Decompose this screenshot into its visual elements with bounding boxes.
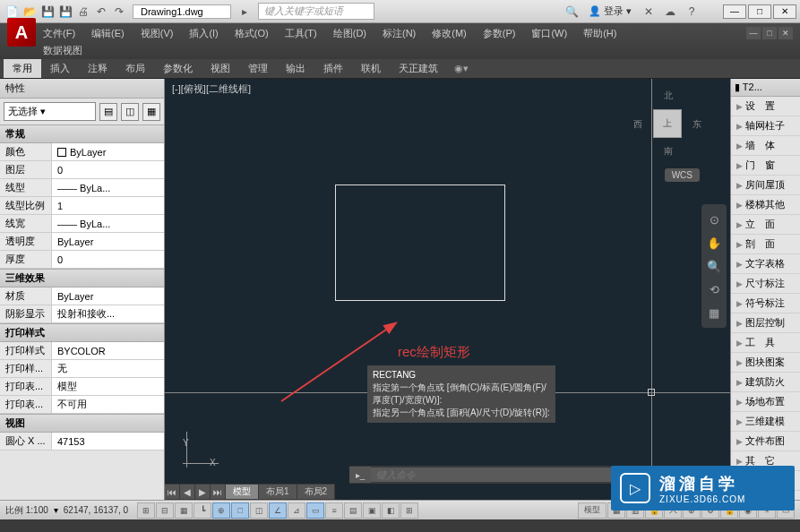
print-icon[interactable]: 🖨 xyxy=(75,4,91,20)
viewcube-face[interactable]: 上 xyxy=(653,109,682,138)
menu-view[interactable]: 视图(V) xyxy=(141,27,174,40)
layout-first[interactable]: ⏮ xyxy=(165,485,179,499)
menu-draw[interactable]: 绘图(D) xyxy=(333,27,366,40)
tab-online[interactable]: 联机 xyxy=(352,59,390,78)
3dosnap-icon[interactable]: ◫ xyxy=(250,502,268,519)
palette-item[interactable]: ▶三维建模 xyxy=(731,412,800,432)
tab-common[interactable]: 常用 xyxy=(4,59,41,78)
infer-icon[interactable]: ⊞ xyxy=(137,502,155,519)
tab-output[interactable]: 输出 xyxy=(277,59,314,78)
viewcube-east[interactable]: 东 xyxy=(692,118,701,131)
palette-item[interactable]: ▶墙 体 xyxy=(731,136,800,156)
palette-item[interactable]: ▶尺寸标注 xyxy=(731,274,800,294)
select-icon[interactable]: ▦ xyxy=(142,103,160,121)
viewport-label[interactable]: [-][俯视][二维线框] xyxy=(172,82,251,96)
maximize-button[interactable]: □ xyxy=(748,4,771,19)
props-value[interactable]: 不可用 xyxy=(52,396,164,413)
layout-last[interactable]: ⏭ xyxy=(211,485,225,499)
otrack-icon[interactable]: ∠ xyxy=(269,502,287,519)
palette-item[interactable]: ▶房间屋顶 xyxy=(731,176,800,195)
command-line-icon[interactable]: ▸_ xyxy=(349,467,371,483)
lwt-icon[interactable]: ≡ xyxy=(325,502,343,519)
login-button[interactable]: 👤 登录 ▾ xyxy=(585,4,635,19)
saveas-icon[interactable]: 💾 xyxy=(57,4,73,20)
palette-item[interactable]: ▶轴网柱子 xyxy=(731,116,800,136)
search-input[interactable]: 键入关键字或短语 xyxy=(258,3,374,20)
help-icon[interactable]: ? xyxy=(684,4,700,20)
props-value[interactable]: BYCOLOR xyxy=(52,342,164,359)
pan-icon[interactable]: ✋ xyxy=(701,231,727,254)
drawing-canvas[interactable]: [-][俯视][二维线框] 北 南 东 西 上 WCS ⊙ ✋ 🔍 ⟲ ▦ xyxy=(165,79,730,500)
grid-icon[interactable]: ▦ xyxy=(175,502,193,519)
quickselect-icon[interactable]: ▤ xyxy=(99,103,117,121)
props-value[interactable]: —— ByLa... xyxy=(52,215,164,232)
palette-item[interactable]: ▶立 面 xyxy=(731,215,800,235)
snap-icon[interactable]: ⊟ xyxy=(156,502,174,519)
exchange-icon[interactable]: ✕ xyxy=(641,4,657,20)
tab-insert[interactable]: 插入 xyxy=(41,59,79,78)
save-icon[interactable]: 💾 xyxy=(39,4,56,20)
qp-icon[interactable]: ▣ xyxy=(363,502,381,519)
props-value[interactable]: 1 xyxy=(52,197,164,214)
layout-prev[interactable]: ◀ xyxy=(180,485,194,499)
osnap-icon[interactable]: □ xyxy=(231,502,249,519)
pickadd-icon[interactable]: ◫ xyxy=(121,103,139,121)
menu-insert[interactable]: 插入(I) xyxy=(189,27,218,40)
props-section-header[interactable]: 常规 xyxy=(0,124,164,143)
dyn-icon[interactable]: ▭ xyxy=(306,502,324,519)
layout-next[interactable]: ▶ xyxy=(195,485,210,499)
tab-addins[interactable]: 插件 xyxy=(314,59,352,78)
scale-dropdown-icon[interactable]: ▾ xyxy=(54,505,58,515)
palette-item[interactable]: ▶建筑防火 xyxy=(731,373,800,392)
redo-icon[interactable]: ↷ xyxy=(111,4,127,20)
palette-item[interactable]: ▶符号标注 xyxy=(731,294,800,313)
steering-wheel-icon[interactable]: ⊙ xyxy=(701,208,727,231)
ortho-icon[interactable]: ┗ xyxy=(194,502,211,519)
menu-tools[interactable]: 工具(T) xyxy=(285,27,317,40)
menu-dimension[interactable]: 标注(N) xyxy=(383,27,416,40)
palette-item[interactable]: ▶剖 面 xyxy=(731,235,800,254)
tab-parametric[interactable]: 参数化 xyxy=(154,59,202,78)
new-icon[interactable]: 📄 xyxy=(4,4,20,20)
menu-edit[interactable]: 编辑(E) xyxy=(91,27,125,40)
tab-view[interactable]: 视图 xyxy=(202,59,239,78)
viewcube-north[interactable]: 北 xyxy=(664,90,673,102)
tab-layout[interactable]: 布局 xyxy=(116,59,154,78)
layout-tab-1[interactable]: 布局1 xyxy=(259,485,297,499)
palette-item[interactable]: ▶门 窗 xyxy=(731,156,800,176)
layout-tab-2[interactable]: 布局2 xyxy=(297,485,335,499)
props-section-header[interactable]: 三维效果 xyxy=(0,269,164,287)
props-value[interactable]: 0 xyxy=(52,251,164,268)
close-button[interactable]: ✕ xyxy=(773,4,796,19)
props-section-header[interactable]: 视图 xyxy=(0,414,164,433)
props-value[interactable]: 投射和接收... xyxy=(52,305,164,322)
layout-tab-model[interactable]: 模型 xyxy=(226,485,258,499)
menu-modify[interactable]: 修改(M) xyxy=(432,27,467,40)
ducs-icon[interactable]: ⊿ xyxy=(288,502,305,519)
binoculars-icon[interactable]: 🔍 xyxy=(563,4,580,20)
palette-item[interactable]: ▶场地布置 xyxy=(731,392,800,412)
props-value[interactable]: 0 xyxy=(52,161,164,178)
palette-item[interactable]: ▶图块图案 xyxy=(731,353,800,373)
open-icon[interactable]: 📂 xyxy=(22,4,38,20)
menu-window[interactable]: 窗口(W) xyxy=(531,27,567,40)
tab-tangent[interactable]: 天正建筑 xyxy=(390,59,447,78)
polar-icon[interactable]: ⊕ xyxy=(212,502,230,519)
menu-help[interactable]: 帮助(H) xyxy=(583,27,616,40)
props-section-header[interactable]: 打印样式 xyxy=(0,323,164,342)
orbit-icon[interactable]: ⟲ xyxy=(701,278,727,301)
am-icon[interactable]: ⊞ xyxy=(400,502,418,519)
viewcube[interactable]: 北 南 东 西 上 xyxy=(632,88,703,159)
showmotion-icon[interactable]: ▦ xyxy=(701,301,727,324)
props-value[interactable]: 模型 xyxy=(52,378,164,395)
arrow-right-icon[interactable]: ▸ xyxy=(237,4,253,20)
doc-maximize[interactable]: □ xyxy=(762,27,777,39)
wcs-badge[interactable]: WCS xyxy=(665,168,700,182)
props-value[interactable]: ByLayer xyxy=(52,287,164,305)
palette-item[interactable]: ▶文件布图 xyxy=(731,432,800,451)
doc-close[interactable]: ✕ xyxy=(778,27,793,39)
palette-item[interactable]: ▶文字表格 xyxy=(731,254,800,274)
tab-manage[interactable]: 管理 xyxy=(239,59,277,78)
palette-item[interactable]: ▶设 置 xyxy=(731,97,800,116)
props-value[interactable]: ByLayer xyxy=(52,143,164,160)
